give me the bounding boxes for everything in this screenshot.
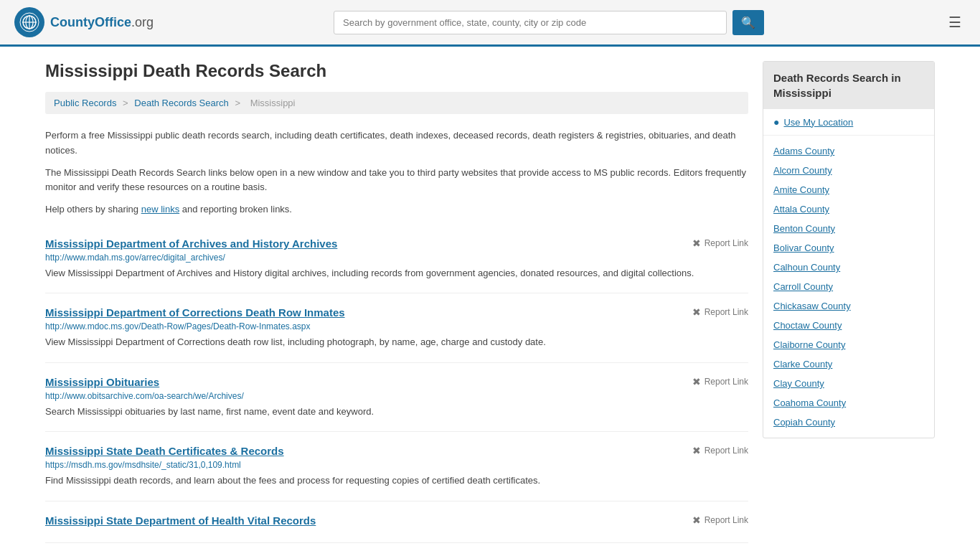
result-header: Mississippi Obituaries ✖ Report Link: [45, 376, 748, 388]
county-item-12[interactable]: Clay County: [763, 374, 934, 393]
menu-button[interactable]: ☰: [944, 9, 966, 35]
county-item-7[interactable]: Carroll County: [763, 277, 934, 296]
sidebar: Death Records Search in Mississippi ● Us…: [763, 61, 935, 543]
content-area: Mississippi Death Records Search Public …: [45, 61, 748, 543]
logo-area: CountyOffice.org: [14, 7, 154, 37]
search-icon: 🔍: [741, 17, 755, 29]
result-url-3[interactable]: https://msdh.ms.gov/msdhsite/_static/31,…: [45, 460, 748, 470]
result-header: Mississippi Department of Corrections De…: [45, 306, 748, 319]
report-icon-1: ✖: [692, 306, 701, 318]
result-desc-1: View Mississippi Department of Correctio…: [45, 335, 748, 349]
report-icon-3: ✖: [692, 445, 701, 456]
report-link-2[interactable]: ✖ Report Link: [692, 376, 748, 387]
county-item-1[interactable]: Alcorn County: [763, 161, 934, 180]
location-icon: ●: [773, 116, 779, 128]
county-item-13[interactable]: Coahoma County: [763, 393, 934, 413]
result-desc-3: Find Mississippi death records, and lear…: [45, 474, 748, 488]
report-icon-0: ✖: [692, 237, 701, 249]
intro-text-after: and reporting broken links.: [179, 204, 292, 215]
result-title-2[interactable]: Mississippi Obituaries: [45, 376, 159, 388]
result-url-2[interactable]: http://www.obitsarchive.com/oa-search/we…: [45, 391, 748, 401]
logo-text[interactable]: CountyOffice.org: [50, 15, 154, 30]
report-link-0[interactable]: ✖ Report Link: [692, 237, 748, 249]
results-container: Mississippi Department of Archives and H…: [45, 225, 748, 543]
result-header: Mississippi State Department of Health V…: [45, 514, 748, 527]
report-link-3[interactable]: ✖ Report Link: [692, 445, 748, 456]
result-entry: Mississippi State Department of Health V…: [45, 501, 748, 543]
breadcrumb-death-records[interactable]: Death Records Search: [134, 98, 229, 108]
county-item-2[interactable]: Amite County: [763, 180, 934, 199]
breadcrumb-sep-2: >: [235, 98, 242, 108]
report-link-4[interactable]: ✖ Report Link: [692, 514, 748, 526]
breadcrumb-sep-1: >: [123, 98, 131, 108]
result-entry: Mississippi Obituaries ✖ Report Link htt…: [45, 363, 748, 433]
use-my-location-link[interactable]: Use My Location: [783, 117, 853, 128]
result-title-0[interactable]: Mississippi Department of Archives and H…: [45, 237, 337, 250]
county-item-9[interactable]: Choctaw County: [763, 316, 934, 335]
intro-paragraph-2: The Mississippi Death Records Search lin…: [45, 166, 748, 196]
county-item-0[interactable]: Adams County: [763, 141, 934, 161]
result-url-0[interactable]: http://www.mdah.ms.gov/arrec/digital_arc…: [45, 253, 748, 263]
new-links-link[interactable]: new links: [141, 204, 179, 215]
search-input[interactable]: [334, 11, 727, 34]
report-link-1[interactable]: ✖ Report Link: [692, 306, 748, 318]
result-url-1[interactable]: http://www.mdoc.ms.gov/Death-Row/Pages/D…: [45, 321, 748, 331]
page-title: Mississippi Death Records Search: [45, 61, 748, 81]
result-title-1[interactable]: Mississippi Department of Corrections De…: [45, 306, 345, 319]
search-bar-area: 🔍: [334, 10, 764, 35]
county-item-5[interactable]: Bolivar County: [763, 238, 934, 258]
county-item-6[interactable]: Calhoun County: [763, 258, 934, 277]
hamburger-icon: ☰: [948, 14, 961, 30]
report-icon-4: ✖: [692, 514, 701, 526]
intro-paragraph-1: Perform a free Mississippi public death …: [45, 128, 748, 159]
intro-paragraph-3: Help others by sharing new links and rep…: [45, 202, 748, 217]
breadcrumb-public-records[interactable]: Public Records: [54, 98, 116, 108]
main-container: Mississippi Death Records Search Public …: [31, 47, 949, 551]
result-title-4[interactable]: Mississippi State Department of Health V…: [45, 514, 316, 527]
search-button[interactable]: 🔍: [732, 10, 764, 35]
county-item-3[interactable]: Attala County: [763, 199, 934, 219]
result-desc-0: View Mississippi Department of Archives …: [45, 266, 748, 281]
county-item-10[interactable]: Claiborne County: [763, 335, 934, 354]
result-entry: Mississippi Department of Corrections De…: [45, 293, 748, 363]
sidebar-box: Death Records Search in Mississippi ● Us…: [763, 61, 935, 438]
sidebar-location: ● Use My Location: [763, 109, 934, 136]
breadcrumb-mississippi: Mississippi: [250, 98, 296, 108]
logo-icon: [14, 7, 44, 37]
county-item-8[interactable]: Chickasaw County: [763, 296, 934, 316]
sidebar-title: Death Records Search in Mississippi: [763, 62, 934, 109]
breadcrumb: Public Records > Death Records Search > …: [45, 92, 748, 114]
result-entry: Mississippi State Death Certificates & R…: [45, 432, 748, 501]
result-entry: Mississippi Department of Archives and H…: [45, 225, 748, 294]
county-item-11[interactable]: Clarke County: [763, 354, 934, 374]
county-item-4[interactable]: Benton County: [763, 219, 934, 238]
county-list: Adams CountyAlcorn CountyAmite CountyAtt…: [763, 136, 934, 438]
header: CountyOffice.org 🔍 ☰: [0, 0, 980, 47]
result-header: Mississippi Department of Archives and H…: [45, 237, 748, 250]
result-desc-2: Search Mississippi obituaries by last na…: [45, 405, 748, 419]
report-icon-2: ✖: [692, 376, 701, 387]
header-right: ☰: [944, 9, 966, 35]
intro-text-before: Help others by sharing: [45, 204, 141, 215]
result-title-3[interactable]: Mississippi State Death Certificates & R…: [45, 445, 284, 457]
result-header: Mississippi State Death Certificates & R…: [45, 445, 748, 457]
county-item-14[interactable]: Copiah County: [763, 413, 934, 432]
